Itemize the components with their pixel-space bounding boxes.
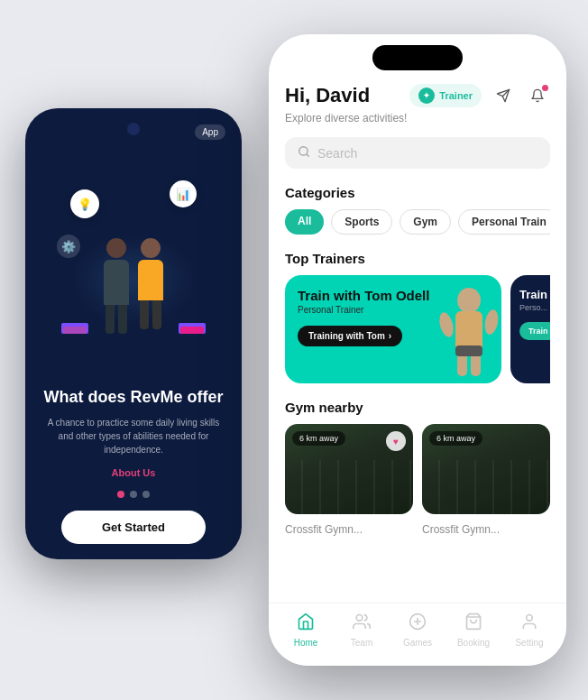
get-started-button[interactable]: Get Started [61, 511, 206, 544]
booking-icon [464, 612, 482, 635]
pagination-dots [43, 491, 224, 498]
trainers-row: Train with Tom Odell Personal Trainer Tr… [285, 275, 550, 383]
nav-team-label: Team [351, 638, 372, 648]
svg-point-7 [483, 309, 501, 336]
games-icon [409, 612, 427, 635]
svg-point-16 [527, 615, 533, 622]
trainer-card-2: Train Perso... Train [510, 275, 550, 383]
nav-team[interactable]: Team [334, 612, 390, 648]
trainer-badge-label: Trainer [439, 90, 473, 101]
search-placeholder: Search [317, 146, 357, 161]
trainer-card-1: Train with Tom Odell Personal Trainer Tr… [285, 275, 501, 383]
dot-3 [142, 491, 150, 498]
svg-point-6 [437, 311, 456, 339]
category-gym[interactable]: Gym [400, 209, 451, 235]
nav-setting[interactable]: Setting [501, 612, 557, 648]
right-phone: Hi, David ✦ Trainer [269, 34, 566, 666]
notification-button[interactable] [525, 83, 550, 108]
search-bar[interactable]: Search [285, 137, 550, 169]
trainer-badge-icon: ✦ [418, 88, 435, 104]
trainer2-role: Perso... [519, 303, 550, 312]
gym-name-2: Crossfit Gymn... [422, 523, 550, 536]
gym-names-row: Crossfit Gymn... Crossfit Gymn... [285, 523, 550, 536]
categories-list: All Sports Gym Personal Train [285, 209, 550, 235]
trainer2-name: Train [519, 288, 550, 301]
left-phone-text: What does RevMe offer A chance to practi… [25, 388, 242, 544]
gym-name-1: Crossfit Gymn... [285, 523, 413, 536]
nav-games[interactable]: Games [390, 612, 446, 648]
about-link[interactable]: About Us [43, 467, 224, 478]
left-phone-title: What does RevMe offer [43, 388, 224, 407]
glow [70, 235, 197, 325]
trainer-badge: ✦ Trainer [409, 84, 482, 107]
nav-booking-label: Booking [457, 638, 490, 648]
top-trainers-title: Top Trainers [285, 251, 550, 266]
phone-content: Hi, David ✦ Trainer [269, 34, 566, 666]
nav-setting-label: Setting [515, 638, 543, 648]
person2 [138, 238, 163, 329]
illustration-area: 💡 📊 ⚙️ [25, 135, 242, 388]
left-phone-notch [127, 123, 140, 135]
svg-rect-10 [455, 345, 482, 356]
header: Hi, David ✦ Trainer [285, 83, 550, 108]
notification-dot [542, 85, 548, 91]
greeting: Hi, David [285, 84, 370, 107]
category-all[interactable]: All [285, 209, 324, 235]
illustration-bg: 💡 📊 ⚙️ [52, 162, 215, 361]
trainer-figure [433, 284, 501, 383]
team-icon [353, 612, 371, 635]
categories-title: Categories [285, 185, 550, 200]
left-phone: App 💡 📊 ⚙️ [25, 108, 242, 559]
svg-point-4 [457, 288, 481, 313]
category-personal-train[interactable]: Personal Train [458, 209, 550, 235]
svg-point-11 [356, 615, 363, 622]
dot-1 [117, 491, 124, 498]
gym-nearby-title: Gym nearby [285, 400, 550, 415]
dynamic-island [372, 45, 463, 70]
gym-distance-1: 6 km away [292, 431, 345, 446]
figures [52, 162, 215, 334]
nav-booking[interactable]: Booking [446, 612, 501, 648]
gym-favorite-1[interactable]: ♥ [386, 431, 406, 451]
svg-line-3 [307, 154, 309, 157]
trainer1-btn[interactable]: Training with Tom › [298, 326, 402, 346]
dot-2 [130, 491, 137, 498]
search-icon [298, 145, 310, 161]
setting-icon [520, 612, 538, 635]
subtitle: Explore diverse activities! [285, 112, 550, 124]
left-phone-desc: A chance to practice some daily living s… [43, 416, 224, 456]
gym-cards-row: 6 km away ♥ 6 km away [285, 424, 550, 514]
nav-home[interactable]: Home [278, 612, 334, 648]
send-button[interactable] [491, 83, 516, 108]
gym-distance-2: 6 km away [429, 431, 482, 446]
person1 [104, 238, 129, 334]
header-icons: ✦ Trainer [409, 83, 550, 108]
gym-card-2: 6 km away [422, 424, 550, 514]
home-icon [297, 612, 315, 635]
gym-card-1: 6 km away ♥ [285, 424, 413, 514]
category-sports[interactable]: Sports [331, 209, 392, 235]
nav-games-label: Games [403, 638, 432, 648]
bottom-nav: Home Team Games [269, 603, 566, 666]
trainer2-btn[interactable]: Train [519, 322, 550, 340]
nav-home-label: Home [294, 638, 318, 648]
